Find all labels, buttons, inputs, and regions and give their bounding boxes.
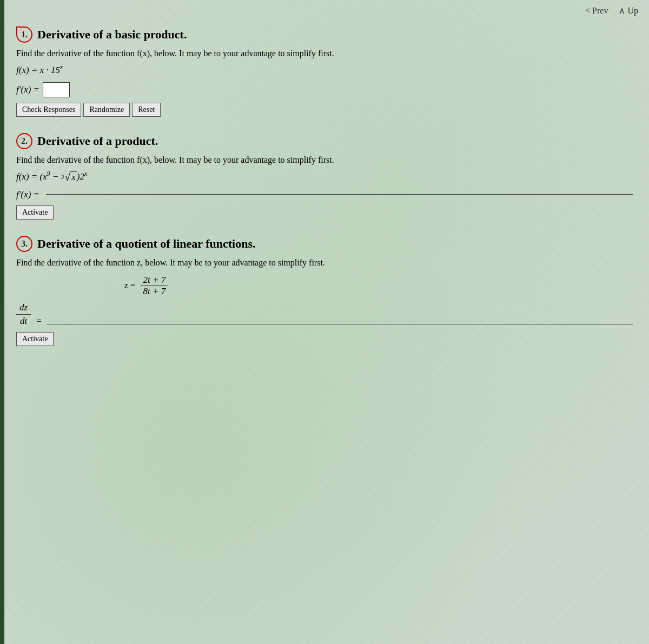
problem-2-answer-label: f′(x) = — [16, 189, 39, 200]
problem-2-number: 2. — [16, 133, 32, 149]
prev-button[interactable]: < Prev — [585, 6, 608, 16]
problem-1-header: 1. Derivative of a basic product. — [16, 26, 633, 43]
problem-3-section: 3. Derivative of a quotient of linear fu… — [16, 236, 633, 346]
z-numerator: 2t + 7 — [141, 275, 168, 286]
up-button[interactable]: ∧ Up — [619, 5, 638, 16]
reset-button[interactable]: Reset — [132, 103, 161, 117]
problem-2-function: f(x) = (x9 − 3√x)2x — [16, 170, 633, 183]
problem-2-answer-line — [46, 194, 633, 195]
equals-sign: = — [36, 316, 42, 327]
dz-dt-fraction: dz dt — [16, 302, 31, 327]
problem-3-number: 3. — [16, 236, 32, 252]
check-responses-button[interactable]: Check Responses — [16, 103, 81, 117]
problem-3-activate-button[interactable]: Activate — [16, 332, 54, 346]
z-denominator: 8t + 7 — [141, 286, 168, 297]
problem-1-answer-input[interactable] — [43, 82, 70, 97]
dt-label: dt — [17, 315, 30, 327]
problem-3-header: 3. Derivative of a quotient of linear fu… — [16, 236, 633, 252]
problem-1-number: 1. — [16, 26, 32, 43]
problem-1-function: f(x) = x · 15x — [16, 63, 633, 76]
problem-2-answer-row: f′(x) = — [16, 189, 633, 200]
problem-2-title: Derivative of a product. — [37, 134, 158, 148]
z-fraction: 2t + 7 8t + 7 — [141, 275, 168, 297]
problem-3-description: Find the derivative of the function z, b… — [16, 256, 633, 269]
problem-1-answer-label: f′(x) = — [16, 84, 39, 95]
problem-1-section: 1. Derivative of a basic product. Find t… — [16, 26, 633, 117]
dz-label: dz — [16, 302, 31, 315]
z-label: z = — [124, 280, 135, 291]
problem-2-header: 2. Derivative of a product. — [16, 133, 633, 149]
randomize-button[interactable]: Randomize — [83, 103, 130, 117]
problem-3-activate-row: Activate — [16, 332, 633, 346]
problem-3-answer-row: dz dt = — [16, 302, 633, 327]
problem-3-z-equation: z = 2t + 7 8t + 7 — [124, 275, 633, 297]
problem-1-answer-row: f′(x) = — [16, 82, 633, 97]
problem-1-button-row: Check Responses Randomize Reset — [16, 103, 633, 117]
problem-2-activate-row: Activate — [16, 205, 633, 220]
problem-2-section: 2. Derivative of a product. Find the der… — [16, 133, 633, 220]
problem-3-answer-line — [47, 324, 633, 324]
problem-1-exponent: x — [60, 63, 63, 71]
problem-1-title: Derivative of a basic product. — [37, 28, 187, 41]
problem-1-description: Find the derivative of the function f(x)… — [16, 47, 633, 60]
problem-2-description: Find the derivative of the function f(x)… — [16, 154, 633, 167]
cube-root-wrapper: 3√x — [61, 171, 77, 183]
main-content: 1. Derivative of a basic product. Find t… — [0, 21, 649, 379]
problem-2-activate-button[interactable]: Activate — [16, 205, 54, 220]
problem-3-title: Derivative of a quotient of linear funct… — [37, 237, 256, 250]
top-navigation: < Prev ∧ Up — [0, 0, 649, 21]
